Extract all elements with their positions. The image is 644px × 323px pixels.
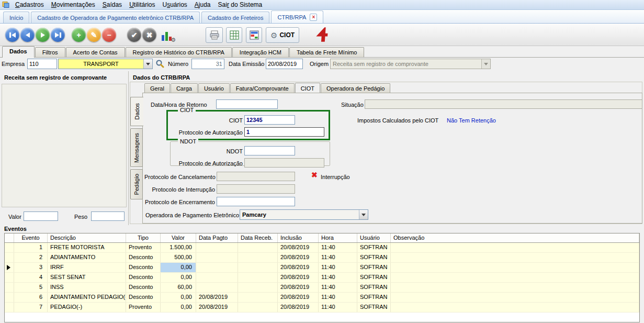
nav-next-button[interactable] bbox=[36, 28, 50, 42]
grid-cell[interactable] bbox=[238, 263, 278, 272]
empresa-dropdown-icon[interactable] bbox=[143, 59, 152, 69]
menu-item[interactable]: Cadastros bbox=[12, 1, 48, 9]
grid-cell[interactable]: 20/08/2019 bbox=[196, 303, 238, 312]
page-tab[interactable]: Integração HCM bbox=[232, 47, 289, 57]
grid-cell[interactable]: Provento bbox=[126, 243, 161, 252]
grid-cell[interactable]: SOFTRAN bbox=[357, 273, 391, 282]
ctrb-tab[interactable]: Fatura/Comprovante bbox=[230, 83, 295, 93]
grid-cell[interactable]: 11:40 bbox=[319, 273, 357, 282]
grid-cell[interactable]: 0,00 bbox=[161, 273, 196, 282]
page-tab[interactable]: Acerto de Contas bbox=[66, 47, 125, 57]
spreadsheet-button[interactable] bbox=[226, 27, 242, 43]
chart-button[interactable]: ⚙ bbox=[160, 28, 175, 42]
ciot-protocolo-input[interactable] bbox=[244, 127, 324, 137]
edit-record-button[interactable]: ✎ bbox=[87, 28, 101, 42]
grid-cell[interactable] bbox=[391, 243, 639, 252]
grid-cell[interactable]: Desconto bbox=[126, 253, 161, 262]
grid-cell[interactable]: 11:40 bbox=[319, 293, 357, 302]
empresa-combobox[interactable]: TRANSPORT bbox=[58, 59, 153, 69]
grid-cell[interactable] bbox=[391, 253, 639, 262]
grid-cell[interactable] bbox=[238, 273, 278, 282]
table-row[interactable]: 7PEDAGIO(-)Provento0,0020/08/201920/08/2… bbox=[5, 303, 639, 313]
grid-cell[interactable] bbox=[196, 283, 238, 292]
grid-cell[interactable]: ADIANTAMENTO bbox=[48, 253, 126, 262]
column-header[interactable]: Observação bbox=[391, 233, 639, 242]
grid-cell[interactable]: 60,00 bbox=[161, 283, 196, 292]
grid-cell[interactable]: 20/08/2019 bbox=[278, 263, 319, 272]
grid-cell[interactable]: 20/08/2019 bbox=[278, 253, 319, 262]
document-tab[interactable]: Cadastro de Freteiros bbox=[201, 12, 269, 23]
nav-last-button[interactable] bbox=[51, 28, 65, 42]
print-button[interactable] bbox=[206, 27, 223, 43]
grid-cell[interactable]: FRETE MOTORISTA bbox=[48, 243, 126, 252]
menu-item[interactable]: Movimentações bbox=[48, 1, 99, 9]
grid-cell[interactable]: IRRF bbox=[48, 263, 126, 272]
column-header[interactable]: Tipo bbox=[126, 233, 161, 242]
grid-cell[interactable]: 20/08/2019 bbox=[278, 283, 319, 292]
left-panel-list[interactable] bbox=[2, 84, 127, 207]
document-tab[interactable]: Início bbox=[3, 12, 29, 23]
ctrb-side-tab[interactable]: Dados bbox=[130, 97, 143, 126]
column-header[interactable]: Data Receb. bbox=[238, 233, 278, 242]
document-tab[interactable]: CTRB/RPA× bbox=[271, 10, 323, 23]
grid-cell[interactable] bbox=[238, 283, 278, 292]
ctrb-tab[interactable]: Geral bbox=[144, 83, 170, 93]
grid-cell[interactable]: Desconto bbox=[126, 263, 161, 272]
table-row[interactable]: 4SEST SENATDesconto0,0020/08/201911:40SO… bbox=[5, 273, 639, 283]
grid-cell[interactable]: 0,00 bbox=[161, 303, 196, 312]
menu-item[interactable]: Utilitários bbox=[126, 1, 159, 9]
grid-cell[interactable]: 1.500,00 bbox=[161, 243, 196, 252]
grid-cell[interactable]: 7 bbox=[14, 303, 48, 312]
cancel-button[interactable]: ✖ bbox=[142, 28, 156, 42]
grid-cell[interactable]: 11:40 bbox=[319, 303, 357, 312]
ctrb-side-tab[interactable]: Mensagens bbox=[130, 128, 143, 167]
grid-cell[interactable] bbox=[196, 253, 238, 262]
grid-cell[interactable]: INSS bbox=[48, 283, 126, 292]
column-header[interactable]: Descrição bbox=[48, 233, 126, 242]
nav-prev-button[interactable] bbox=[20, 28, 35, 42]
grid-cell[interactable]: SOFTRAN bbox=[357, 283, 391, 292]
data-hora-retorno-input[interactable] bbox=[216, 99, 278, 109]
search-icon[interactable] bbox=[155, 59, 164, 69]
menu-item[interactable]: Usuários bbox=[159, 1, 190, 9]
grid-cell[interactable]: SEST SENAT bbox=[48, 273, 126, 282]
data-emissao-input[interactable] bbox=[266, 59, 303, 69]
report-grid-button[interactable] bbox=[246, 27, 262, 43]
grid-cell[interactable] bbox=[196, 273, 238, 282]
grid-cell[interactable]: 11:40 bbox=[319, 263, 357, 272]
grid-cell[interactable]: SOFTRAN bbox=[357, 303, 391, 312]
grid-cell[interactable] bbox=[196, 263, 238, 272]
ctrb-tab[interactable]: Operadora de Pedágio bbox=[321, 83, 390, 93]
grid-cell[interactable] bbox=[238, 293, 278, 302]
nav-first-button[interactable] bbox=[5, 28, 19, 42]
grid-cell[interactable]: 11:40 bbox=[319, 283, 357, 292]
valor-input[interactable] bbox=[24, 211, 58, 221]
column-header[interactable]: Evento bbox=[14, 233, 48, 242]
empresa-code-input[interactable] bbox=[27, 59, 57, 69]
column-header[interactable]: Inclusão bbox=[278, 233, 319, 242]
grid-cell[interactable]: 11:40 bbox=[319, 243, 357, 252]
numero-input[interactable] bbox=[191, 59, 224, 69]
grid-cell[interactable] bbox=[238, 253, 278, 262]
ndot-input[interactable] bbox=[244, 146, 295, 155]
grid-cell[interactable]: SOFTRAN bbox=[357, 263, 391, 272]
menu-item[interactable]: Saídas bbox=[99, 1, 126, 9]
grid-cell[interactable]: 500,00 bbox=[161, 253, 196, 262]
menu-item[interactable]: Sair do Sistema bbox=[214, 1, 266, 9]
ciot-button[interactable]: ⚙ CIOT bbox=[266, 27, 299, 43]
grid-cell[interactable]: 20/08/2019 bbox=[278, 243, 319, 252]
grid-cell[interactable]: 11:40 bbox=[319, 253, 357, 262]
grid-cell[interactable]: 3 bbox=[14, 263, 48, 272]
page-tab[interactable]: Dados bbox=[2, 46, 35, 58]
grid-cell[interactable] bbox=[196, 243, 238, 252]
grid-cell[interactable]: Provento bbox=[126, 303, 161, 312]
menu-item[interactable]: Ajuda bbox=[191, 1, 214, 9]
table-row[interactable]: 1FRETE MOTORISTAProvento1.500,0020/08/20… bbox=[5, 243, 639, 253]
grid-cell[interactable]: SOFTRAN bbox=[357, 293, 391, 302]
close-tab-icon[interactable]: × bbox=[310, 14, 317, 21]
document-tab[interactable]: Cadastro de Operadora de Pagamento eletr… bbox=[31, 12, 200, 23]
column-header[interactable]: Data Pagto bbox=[196, 233, 238, 242]
grid-cell[interactable] bbox=[391, 283, 639, 292]
ciot-input[interactable] bbox=[244, 115, 295, 125]
peso-input[interactable] bbox=[91, 211, 125, 221]
